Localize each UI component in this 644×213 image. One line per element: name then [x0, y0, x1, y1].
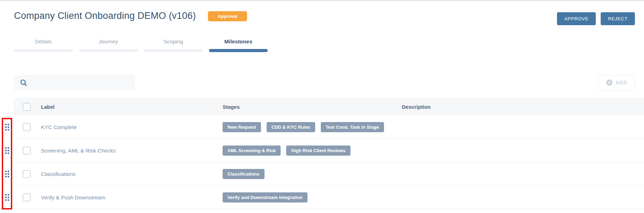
header-actions: APPROVE REJECT	[554, 12, 635, 25]
stage-badge: CDD & KYC Rules	[267, 122, 315, 132]
table-row: Verify & Push Downstream Verify and Down…	[0, 186, 644, 209]
tab-milestones[interactable]: Milestones	[209, 38, 268, 52]
table-row: Screening, AML & Risk Checks AML Screeni…	[0, 139, 644, 162]
stage-badge: Verify and Downstream Integration	[223, 192, 307, 203]
row-label: Verify & Push Downstream	[41, 194, 223, 201]
drag-handle-icon[interactable]	[5, 147, 9, 154]
reject-button[interactable]: REJECT	[601, 12, 635, 25]
row-label: KYC Complete	[41, 124, 223, 130]
milestones-table: Label Stages Description KYC Complete Ne…	[0, 98, 644, 209]
tab-label: Scoping	[144, 38, 203, 49]
table-body: KYC Complete New RequestCDD & KYC RulesT…	[0, 115, 644, 209]
row-checkbox[interactable]	[23, 123, 31, 131]
tab-underline	[14, 49, 73, 52]
stage-badge: Test Cond. Task in Stage	[321, 122, 384, 132]
tab-label: Details	[14, 38, 73, 49]
tab-label: Milestones	[209, 38, 268, 49]
stage-badge: High Risk Client Reviews	[286, 145, 350, 156]
table-header-row: Label Stages Description	[0, 98, 644, 115]
add-button[interactable]: + ADD	[599, 75, 635, 90]
page: Company Client Onboarding DEMO (v106) Ap…	[0, 0, 644, 213]
tab-scoping[interactable]: Scoping	[144, 38, 203, 52]
drag-handle-icon[interactable]	[5, 194, 9, 201]
drag-handle-icon[interactable]	[5, 123, 9, 131]
list-toolbar: + ADD	[14, 75, 635, 90]
tab-underline	[79, 49, 138, 52]
row-stages: Classifications	[223, 169, 402, 179]
status-badge: Approval	[208, 11, 247, 21]
tab-details[interactable]: Details	[14, 38, 73, 52]
top-border-strip	[0, 0, 644, 2]
add-button-label: ADD	[616, 80, 628, 85]
row-label: Classifications	[41, 171, 223, 177]
search-box[interactable]	[14, 75, 135, 90]
stage-badge: AML Screening & Risk	[223, 145, 281, 156]
row-label: Screening, AML & Risk Checks	[41, 148, 223, 154]
search-input[interactable]	[27, 75, 135, 90]
table-row: Classifications Classifications	[0, 162, 644, 186]
column-header-stages: Stages	[223, 104, 402, 110]
table-row: KYC Complete New RequestCDD & KYC RulesT…	[0, 115, 644, 139]
tab-underline	[209, 49, 268, 52]
tab-label: Journey	[79, 38, 138, 49]
search-icon	[20, 79, 27, 86]
stage-badge: New Request	[223, 122, 261, 132]
column-header-description: Description	[402, 104, 644, 110]
row-stages: AML Screening & RiskHigh Risk Client Rev…	[223, 145, 402, 156]
tab-journey[interactable]: Journey	[79, 38, 138, 52]
row-rail	[0, 162, 14, 186]
stage-badge: Classifications	[223, 169, 265, 179]
select-all-checkbox[interactable]	[23, 103, 31, 111]
column-header-label: Label	[41, 104, 223, 110]
plus-icon: +	[606, 79, 613, 86]
row-stages: Verify and Downstream Integration	[223, 192, 402, 203]
row-checkbox[interactable]	[23, 193, 31, 201]
tab-underline	[144, 49, 203, 52]
tab-bar: Details Journey Scoping Milestones	[14, 38, 268, 52]
row-checkbox[interactable]	[23, 147, 31, 155]
approve-button[interactable]: APPROVE	[557, 12, 596, 25]
row-checkbox[interactable]	[23, 170, 31, 178]
page-title: Company Client Onboarding DEMO (v106)	[14, 10, 196, 21]
row-stages: New RequestCDD & KYC RulesTest Cond. Tas…	[223, 122, 402, 132]
row-rail	[0, 139, 14, 162]
drag-handle-icon[interactable]	[5, 170, 9, 178]
row-rail	[0, 115, 14, 139]
row-rail	[0, 186, 14, 209]
header: Company Client Onboarding DEMO (v106) Ap…	[14, 10, 635, 25]
header-rail	[0, 98, 14, 115]
